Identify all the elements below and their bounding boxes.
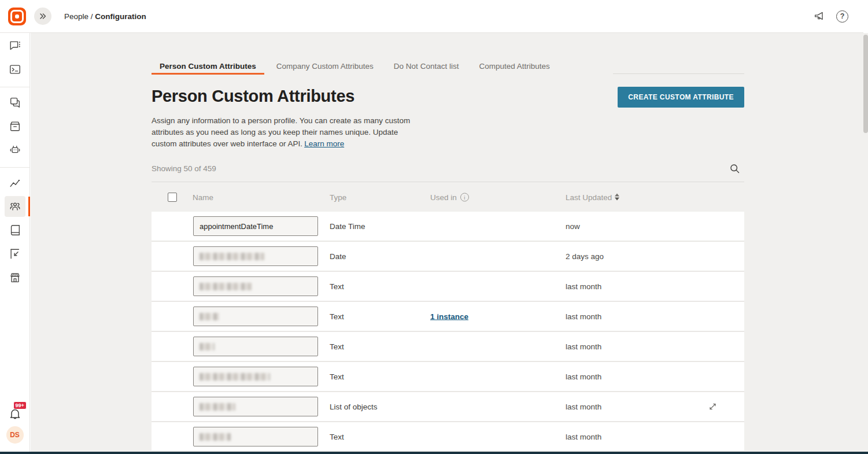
table-row: Date 2 days ago [152,242,744,272]
last-updated-value: last month [566,312,601,321]
book-icon [9,224,21,237]
infobip-logo-icon[interactable] [8,8,26,25]
storefront-icon [9,271,21,284]
tabs-divider [613,73,744,74]
robot-icon [9,143,21,156]
sidebar-item-chatbot[interactable] [5,139,25,160]
create-custom-attribute-button[interactable]: CREATE CUSTOM ATTRIBUTE [618,87,744,108]
breadcrumb-section[interactable]: People [64,12,88,21]
sidebar-item-analytics[interactable] [5,172,25,193]
attribute-type: Text [330,282,344,291]
package-icon [9,120,21,132]
table-row: appointmentDateTime Date Time now [152,212,744,242]
search-button[interactable] [729,163,741,175]
select-all-checkbox[interactable] [168,193,177,202]
table-row: Text last month [152,362,744,392]
attribute-type: Text [330,312,344,321]
attribute-name-input[interactable] [193,337,318,356]
column-header-last-updated[interactable]: Last Updated [566,193,619,201]
last-updated-value: last month [566,403,601,411]
attribute-name-input[interactable] [193,276,318,296]
last-updated-value: last month [566,433,601,441]
page-title: Person Custom Attributes [152,87,354,106]
tab-do-not-contact-list[interactable]: Do Not Contact list [386,58,467,74]
table-row: Text last month [152,272,744,302]
tab-person-custom-attributes[interactable]: Person Custom Attributes [152,58,264,74]
sidebar-item-console[interactable] [5,59,25,80]
scrollbar-thumb[interactable] [863,35,868,133]
page-description: Assign any information to a person profi… [152,115,418,150]
search-icon [729,163,741,175]
tab-computed-attributes[interactable]: Computed Attributes [471,58,557,74]
sidebar-item-storefront[interactable] [5,267,25,288]
attribute-name-input[interactable] [193,246,318,266]
table-header: Name Type Used in i Last Updated [152,182,744,212]
redacted-name [200,403,235,411]
tab-label: Computed Attributes [479,62,549,71]
help-button[interactable]: ? [836,10,848,23]
sidebar-item-people[interactable] [5,196,25,217]
user-avatar[interactable]: DS [6,426,24,444]
question-circle-icon: ? [836,10,848,23]
learn-more-link[interactable]: Learn more [304,139,344,148]
flag-cursor-icon [9,248,21,260]
taskbar-edge [0,452,868,454]
redacted-name [200,343,215,350]
sidebar-item-messages[interactable] [5,35,25,56]
used-in-link[interactable]: 1 instance [430,312,468,321]
announcements-button[interactable] [813,10,826,23]
column-header-used-in: Used in i [430,193,469,201]
message-dots-icon [9,39,21,52]
megaphone-icon [813,10,826,23]
attribute-type: Text [330,433,344,441]
tab-company-custom-attributes[interactable]: Company Custom Attributes [268,58,382,74]
sidebar-expand-button[interactable] [34,8,51,25]
tab-label: Company Custom Attributes [276,62,374,71]
table-body: appointmentDateTime Date Time now Date 2… [152,212,744,452]
main-area: Person Custom Attributes Company Custom … [31,33,863,454]
column-header-name: Name [193,193,213,201]
sidebar-divider [0,87,29,87]
breadcrumb-separator: / [91,12,93,21]
attribute-type: Text [330,372,344,381]
tab-label: Person Custom Attributes [160,62,256,71]
attribute-type: Date Time [330,222,365,231]
attribute-name-input[interactable] [193,427,318,446]
last-updated-value: last month [566,342,601,351]
sidebar-item-conversations[interactable] [5,92,25,113]
scrollbar-track[interactable] [863,0,868,454]
attribute-type: List of objects [330,403,378,411]
topbar: People / Configuration ? [0,0,863,33]
sidebar-item-entrypoints[interactable] [5,243,25,264]
last-updated-value: now [566,222,580,231]
chevrons-right-icon [38,12,47,21]
attribute-type: Date [330,252,346,261]
people-icon [9,200,21,213]
sidebar-divider [0,167,29,168]
redacted-name [200,283,252,290]
breadcrumb: People / Configuration [64,12,146,21]
attribute-name-input[interactable] [193,367,318,386]
attribute-name-input[interactable] [193,397,318,416]
tabs: Person Custom Attributes Company Custom … [152,58,744,74]
sidebar-item-packages[interactable] [5,116,25,136]
overlapping-chats-icon [9,96,21,109]
expand-icon[interactable] [709,403,716,411]
notification-badge: 99+ [13,401,27,409]
attribute-name-value: appointmentDateTime [200,222,273,231]
attribute-name-input[interactable] [193,307,318,326]
attribute-type: Text [330,342,344,351]
table-row: Text last month [152,422,744,452]
last-updated-value: last month [566,372,601,381]
trend-chart-icon [9,176,21,189]
sort-icon [615,194,619,201]
table-row: List of objects last month [152,392,744,422]
info-icon[interactable]: i [460,193,469,201]
attribute-name-input[interactable]: appointmentDateTime [193,216,318,236]
table-row: Text 1 instance last month [152,302,744,332]
table-row: Text last month [152,332,744,362]
redacted-name [200,433,231,441]
terminal-icon [9,63,21,76]
sidebar-item-knowledge[interactable] [5,220,25,241]
notifications-button[interactable]: 99+ [8,407,22,420]
